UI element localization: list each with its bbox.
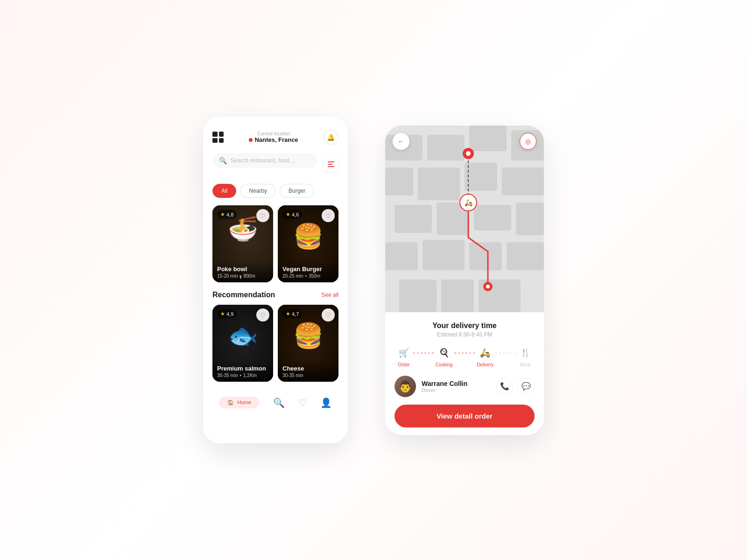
chat-driver-button[interactable]: 💬: [518, 378, 535, 395]
driver-info-row: 👨 Warrane Collin Driver 📞 💬: [395, 376, 535, 397]
svg-point-22: [466, 151, 471, 156]
see-all-button[interactable]: See all: [321, 292, 338, 298]
compass-icon: ◎: [525, 138, 531, 145]
svg-rect-5: [385, 168, 413, 196]
step-delivery: 🛵 Delivery: [477, 345, 493, 367]
bottom-navigation: 🏠 Home 🔍 ♡ 👤: [212, 390, 338, 410]
nav-search[interactable]: 🔍: [273, 397, 285, 408]
notification-bell-icon[interactable]: 🔔: [324, 130, 338, 145]
featured-cards: ★ 4,8 ♡ Poke bowl 15-20 min • 800m ★: [212, 205, 338, 282]
poke-bowl-meta: 15-20 min • 800m: [217, 273, 268, 279]
svg-rect-16: [507, 242, 544, 270]
home-icon: 🏠 Home: [219, 397, 259, 408]
svg-rect-13: [385, 242, 418, 270]
driver-role: Driver: [422, 387, 491, 393]
poke-bowl-title: Poke bowl: [217, 266, 268, 273]
card-cheeseburger[interactable]: ★ 4,7 ♡ Cheese 30-35 min: [278, 305, 338, 382]
profile-nav-icon: 👤: [320, 397, 332, 408]
salmon-meta: 30-35 min • 1,2Km: [217, 373, 268, 378]
svg-rect-3: [469, 126, 507, 151]
recommendation-cards: ★ 4,9 ♡ Premium salmon 30-35 min • 1,2Km: [212, 305, 338, 382]
map-compass-button[interactable]: ◎: [520, 133, 536, 150]
nav-profile[interactable]: 👤: [320, 397, 332, 408]
cheese-info: Cheese 30-35 min: [278, 361, 338, 382]
step-order: 🛒 Order: [396, 345, 411, 367]
location-pin-icon: [249, 138, 253, 142]
delivery-subtitle: Estimed 8:30-8:45 PM: [395, 331, 535, 338]
heart-nav-icon: ♡: [298, 397, 307, 408]
driver-name: Warrane Collin: [422, 380, 491, 387]
driver-details: Warrane Collin Driver: [422, 380, 491, 393]
salmon-info: Premium salmon 30-35 min • 1,2Km: [212, 361, 273, 382]
card-premium-salmon[interactable]: ★ 4,9 ♡ Premium salmon 30-35 min • 1,2Km: [212, 305, 273, 382]
phone-right: 🛵 ← ◎ Your delivery time Estimed 8:30-8:…: [385, 126, 544, 435]
svg-point-26: [486, 285, 490, 288]
category-tabs: All Nearby Burger: [212, 184, 338, 198]
delivery-title: Your delivery time: [395, 322, 535, 330]
nav-favorites[interactable]: ♡: [298, 397, 307, 408]
star-icon: ★: [286, 311, 290, 317]
call-driver-button[interactable]: 📞: [496, 378, 513, 395]
vegan-burger-info: Vegan Burger 20-25 min • 350m: [278, 262, 338, 282]
star-icon: ★: [220, 311, 225, 317]
order-label: Order: [398, 362, 410, 367]
tab-nearby[interactable]: Nearby: [240, 184, 276, 198]
delivery-panel: Your delivery time Estimed 8:30-8:45 PM …: [385, 312, 544, 435]
poke-bowl-favorite-button[interactable]: ♡: [256, 209, 269, 222]
driver-action-buttons: 📞 💬: [496, 378, 535, 395]
step-line-3: [495, 353, 516, 353]
map-section: 🛵 ← ◎: [385, 126, 544, 312]
search-row: 🔍 Search restaurant, food ...: [212, 153, 338, 175]
app-header: Current location Nantes, France 🔔: [212, 130, 338, 145]
tab-burger[interactable]: Burger: [280, 184, 314, 198]
view-order-button[interactable]: View detail order: [395, 405, 535, 427]
recommendation-title: Recommendation: [212, 291, 275, 299]
svg-rect-17: [399, 280, 437, 312]
star-icon: ★: [220, 211, 225, 217]
svg-text:🛵: 🛵: [465, 199, 473, 207]
vegan-burger-title: Vegan Burger: [282, 266, 334, 273]
step-line-2: [454, 353, 475, 353]
card-vegan-burger[interactable]: ★ 4,6 ♡ Vegan Burger 20-25 min • 350m: [278, 205, 338, 282]
cheese-favorite-button[interactable]: ♡: [322, 308, 335, 322]
map-back-button[interactable]: ←: [393, 133, 409, 150]
svg-rect-12: [516, 203, 544, 235]
delivery-icon: 🛵: [478, 345, 493, 360]
search-bar[interactable]: 🔍 Search restaurant, food ...: [212, 153, 317, 168]
driver-avatar: 👨: [395, 376, 416, 397]
cheese-title: Cheese: [282, 365, 334, 372]
vegan-burger-favorite-button[interactable]: ♡: [322, 209, 335, 222]
svg-rect-8: [502, 168, 544, 196]
meal-icon: 🍴: [518, 345, 533, 360]
svg-rect-15: [469, 242, 502, 270]
location-value: Nantes, France: [249, 136, 298, 143]
step-line-1: [413, 353, 434, 353]
search-icon: 🔍: [219, 157, 227, 164]
nav-home[interactable]: 🏠 Home: [219, 397, 259, 408]
star-icon: ★: [286, 211, 290, 217]
search-input[interactable]: Search restaurant, food ...: [231, 157, 310, 164]
svg-rect-6: [418, 168, 460, 200]
meta-dot: •: [240, 275, 241, 277]
search-nav-icon: 🔍: [273, 397, 285, 408]
step-cooking: 🍳 Cooking: [436, 345, 453, 367]
svg-rect-11: [474, 205, 511, 231]
tab-all[interactable]: All: [212, 184, 236, 198]
card-poke-bowl[interactable]: ★ 4,8 ♡ Poke bowl 15-20 min • 800m: [212, 205, 273, 282]
vegan-burger-rating: ★ 4,6: [282, 210, 302, 219]
grid-menu-icon[interactable]: [212, 132, 224, 143]
order-icon: 🛒: [396, 345, 411, 360]
map-svg: 🛵: [385, 126, 544, 312]
delivery-label: Delivery: [477, 362, 493, 367]
location-label: Current location: [249, 131, 298, 136]
delivery-progress: 🛒 Order 🍳 Cooking 🛵 Delivery: [395, 345, 535, 367]
salmon-rating: ★ 4,9: [217, 309, 237, 318]
svg-rect-18: [441, 280, 474, 312]
recommendation-section-header: Recommendation See all: [212, 291, 338, 299]
filter-lines-icon: [328, 161, 334, 167]
salmon-favorite-button[interactable]: ♡: [256, 308, 269, 322]
filter-button[interactable]: [324, 157, 338, 172]
cheese-rating: ★ 4,7: [282, 309, 302, 318]
svg-rect-7: [465, 163, 497, 191]
location-display: Current location Nantes, France: [249, 131, 298, 143]
